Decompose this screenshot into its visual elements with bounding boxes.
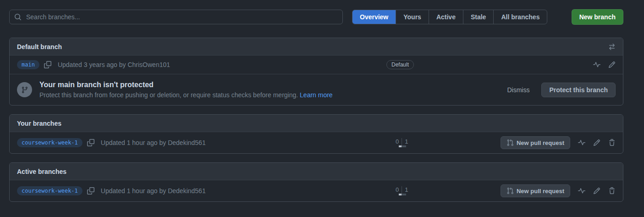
your-branches-card: Your branches coursework-week-1 Updated … bbox=[9, 114, 623, 154]
git-branch-icon bbox=[17, 82, 32, 97]
git-pull-request-icon bbox=[506, 139, 514, 146]
new-pull-request-button[interactable]: New pull request bbox=[501, 136, 570, 149]
your-branches-header: Your branches bbox=[10, 115, 623, 132]
branch-name-link[interactable]: coursework-week-1 bbox=[17, 138, 83, 147]
toolbar: Overview Yours Active Stale All branches… bbox=[9, 9, 623, 25]
default-branch-card: Default branch main Updated 3 years ago … bbox=[9, 38, 623, 106]
branch-row-coursework: coursework-week-1 Updated 1 hour ago by … bbox=[10, 180, 623, 201]
branches-page: Overview Yours Active Stale All branches… bbox=[9, 0, 623, 202]
section-title: Default branch bbox=[17, 43, 62, 50]
ahead-bar bbox=[402, 145, 406, 147]
tab-active[interactable]: Active bbox=[429, 10, 463, 24]
branch-filter-tabs: Overview Yours Active Stale All branches bbox=[352, 10, 547, 24]
dismiss-link[interactable]: Dismiss bbox=[507, 86, 529, 94]
pulse-icon[interactable] bbox=[578, 139, 585, 146]
branch-name-link[interactable]: main bbox=[17, 60, 39, 69]
active-branches-card: Active branches coursework-week-1 Update… bbox=[9, 162, 623, 202]
section-title: Active branches bbox=[17, 168, 66, 175]
copy-icon[interactable] bbox=[87, 139, 94, 146]
ahead-count: 1 bbox=[402, 138, 411, 145]
ahead-behind-counts: 0 1 bbox=[393, 138, 411, 147]
default-branch-header: Default branch bbox=[10, 38, 623, 55]
branch-updated-text: Updated 3 years ago by ChrisOwen101 bbox=[58, 61, 170, 68]
tab-all-branches[interactable]: All branches bbox=[493, 10, 547, 24]
search-icon bbox=[14, 13, 22, 21]
notice-description: Protect this branch from force pushing o… bbox=[39, 91, 500, 99]
pencil-icon[interactable] bbox=[593, 139, 600, 146]
behind-count: 0 bbox=[393, 138, 402, 145]
trash-icon[interactable] bbox=[608, 139, 616, 146]
pulse-icon[interactable] bbox=[578, 187, 585, 195]
protect-branch-button[interactable]: Protect this branch bbox=[541, 83, 616, 97]
trash-icon[interactable] bbox=[608, 187, 616, 195]
pulse-icon[interactable] bbox=[593, 61, 600, 68]
branch-updated-text: Updated 1 hour ago by Dedekind561 bbox=[101, 187, 206, 195]
ahead-behind-counts: 0 1 bbox=[393, 186, 411, 195]
pencil-icon[interactable] bbox=[608, 61, 616, 68]
search-input[interactable] bbox=[25, 13, 338, 21]
learn-more-link[interactable]: Learn more bbox=[300, 91, 333, 99]
branch-updated-text: Updated 1 hour ago by Dedekind561 bbox=[101, 139, 206, 146]
search-box bbox=[9, 10, 343, 24]
branch-protection-notice: Your main branch isn't protected Protect… bbox=[10, 74, 623, 105]
arrow-switch-icon[interactable] bbox=[608, 43, 616, 50]
copy-icon[interactable] bbox=[44, 61, 51, 68]
copy-icon[interactable] bbox=[87, 187, 94, 195]
new-branch-button[interactable]: New branch bbox=[572, 9, 623, 25]
tab-overview[interactable]: Overview bbox=[352, 10, 396, 24]
ahead-bar bbox=[402, 194, 406, 195]
git-pull-request-icon bbox=[506, 187, 514, 195]
branch-row-main: main Updated 3 years ago by ChrisOwen101… bbox=[10, 55, 623, 74]
pencil-icon[interactable] bbox=[593, 187, 600, 195]
ahead-count: 1 bbox=[402, 186, 411, 193]
active-branches-header: Active branches bbox=[10, 163, 623, 180]
tab-stale[interactable]: Stale bbox=[463, 10, 493, 24]
behind-count: 0 bbox=[393, 186, 402, 193]
default-badge: Default bbox=[386, 60, 414, 69]
branch-name-link[interactable]: coursework-week-1 bbox=[17, 186, 83, 195]
tab-yours[interactable]: Yours bbox=[396, 10, 429, 24]
new-pull-request-button[interactable]: New pull request bbox=[501, 184, 570, 197]
notice-title: Your main branch isn't protected bbox=[39, 81, 500, 89]
branch-row-coursework: coursework-week-1 Updated 1 hour ago by … bbox=[10, 132, 623, 153]
section-title: Your branches bbox=[17, 120, 61, 127]
